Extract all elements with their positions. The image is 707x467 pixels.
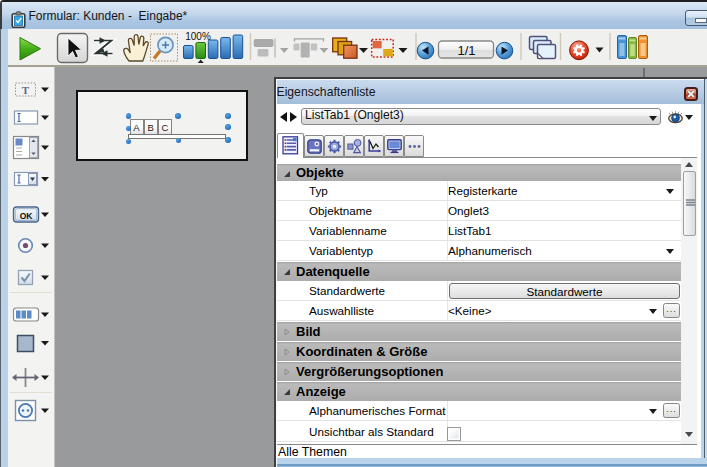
- svg-text:1/1: 1/1: [457, 43, 475, 58]
- svg-text:T: T: [22, 84, 30, 96]
- svg-text:OK: OK: [20, 210, 34, 220]
- svg-text:100%: 100%: [185, 31, 211, 42]
